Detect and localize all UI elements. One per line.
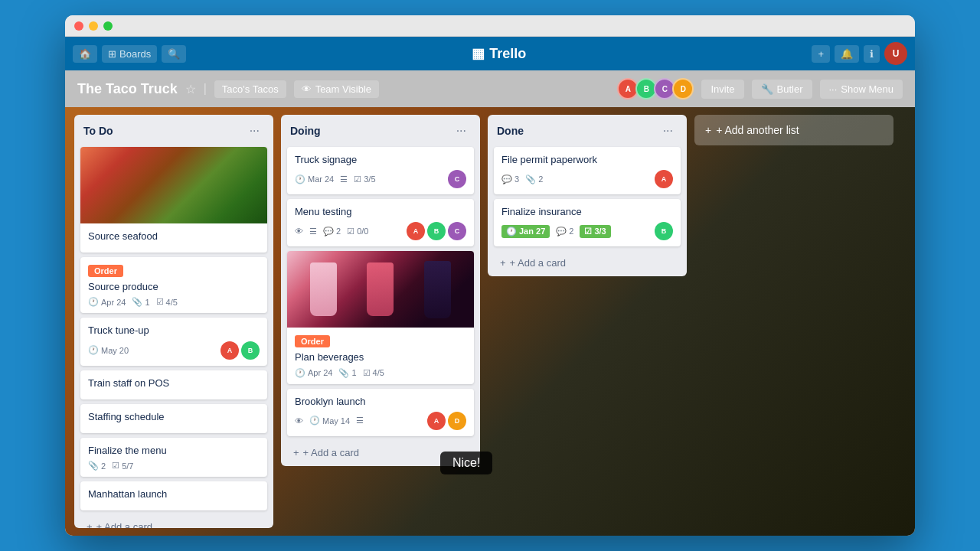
show-menu-button[interactable]: ··· Show Menu <box>820 80 903 99</box>
info-button[interactable]: ℹ <box>864 45 880 63</box>
card-meta-permit: 💬 3 📎 2 A <box>501 170 673 188</box>
card-title-plan-beverages: Plan beverages <box>295 350 466 364</box>
card-meta-brooklyn: 👁 🕐 May 14 ☰ A D <box>295 412 466 430</box>
maximize-dot[interactable] <box>103 21 113 31</box>
checklist-icon-signage: ☑ <box>354 174 361 184</box>
card-title-source-seafood: Source seafood <box>88 230 260 243</box>
card-title-brooklyn-launch: Brooklyn launch <box>295 395 466 409</box>
order-label-beverages: Order <box>295 335 330 347</box>
comments-insurance: 💬 2 <box>556 227 573 236</box>
star-icon[interactable]: ☆ <box>185 82 196 96</box>
desc-signage: ☰ <box>340 174 348 184</box>
menu-icon: ··· <box>829 83 838 95</box>
card-title-finalize-menu: Finalize the menu <box>88 444 260 458</box>
paperclip-icon-beverages: 📎 <box>338 368 349 378</box>
card-file-permit[interactable]: File permit paperwork 💬 3 📎 2 A <box>494 147 681 194</box>
order-label-produce: Order <box>88 265 123 277</box>
add-icon-todo: + <box>87 521 93 528</box>
card-title-truck-tuneup: Truck tune-up <box>88 324 260 337</box>
workspace-label: Taco's Tacos <box>222 83 279 95</box>
card-meta-insurance: 🕐 Jan 27 💬 2 ☑ 3/3 B <box>501 222 673 240</box>
invite-button[interactable]: Invite <box>701 80 743 99</box>
card-avatars-tuneup: A B <box>220 341 260 360</box>
clock-icon: 🕐 <box>88 297 99 307</box>
card-title-source-produce: Source produce <box>88 280 260 294</box>
create-button[interactable]: + <box>812 45 830 63</box>
card-avatars-brooklyn: A D <box>427 412 466 430</box>
add-list-label: + Add another list <box>716 124 799 136</box>
card-source-seafood[interactable]: Source seafood <box>80 147 267 253</box>
desc-brooklyn: ☰ <box>356 416 364 425</box>
due-date-signage: 🕐 Mar 24 <box>295 174 334 184</box>
card-truck-signage[interactable]: Truck signage 🕐 Mar 24 ☰ ☑ 3/5 C <box>287 147 474 194</box>
user-avatar[interactable]: U <box>884 42 907 65</box>
card-avatars-permit: A <box>655 170 673 188</box>
card-source-produce[interactable]: Order Source produce 🕐 Apr 24 📎 1 ☑ 4/5 <box>80 257 267 313</box>
card-train-staff[interactable]: Train staff on POS <box>80 370 267 399</box>
notifications-button[interactable]: 🔔 <box>835 45 859 63</box>
card-title-manhattan-launch: Manhattan launch <box>88 487 260 501</box>
attachment-beverages: 📎 1 <box>338 368 356 378</box>
card-manhattan-launch[interactable]: Manhattan launch <box>80 481 267 510</box>
list-menu-button-done[interactable]: ··· <box>658 122 678 139</box>
checklist-icon-insurance: ☑ <box>584 227 592 236</box>
list-header-doing: Doing ··· <box>287 121 474 141</box>
add-list-button[interactable]: + + Add another list <box>694 115 893 145</box>
boards-button[interactable]: ⊞ Boards <box>102 45 157 63</box>
close-dot[interactable] <box>74 21 83 31</box>
member-avatar-4[interactable]: D <box>672 78 694 99</box>
checklist-badge-insurance: ☑ 3/3 <box>580 225 610 238</box>
card-avatars-insurance: B <box>655 222 673 240</box>
list-header-done: Done ··· <box>494 121 681 141</box>
card-finalize-menu[interactable]: Finalize the menu 📎 2 ☑ 5/7 <box>80 438 267 477</box>
list-menu-button-todo[interactable]: ··· <box>245 122 264 139</box>
card-meta-tuneup: 🕐 May 20 A B <box>88 341 260 360</box>
card-meta-beverages: 🕐 Apr 24 📎 1 ☑ 4/5 <box>295 368 466 378</box>
comment-icon-permit: 💬 <box>501 174 512 184</box>
card-truck-tuneup[interactable]: Truck tune-up 🕐 May 20 A B <box>80 318 267 365</box>
board-title: The Taco Truck <box>77 81 178 97</box>
add-card-button-doing[interactable]: + + Add a card <box>287 442 474 463</box>
list-menu-button-doing[interactable]: ··· <box>452 122 471 139</box>
card-plan-beverages[interactable]: Order Plan beverages 🕐 Apr 24 📎 1 ☑ 4/5 <box>287 251 474 383</box>
nav-right: + 🔔 ℹ U <box>812 42 907 65</box>
boards-icon: ⊞ <box>108 48 116 60</box>
search-button[interactable]: 🔍 <box>162 45 186 63</box>
card-meta-signage: 🕐 Mar 24 ☰ ☑ 3/5 C <box>295 170 466 188</box>
attachment-finalize: 📎 2 <box>88 461 106 471</box>
card-brooklyn-launch[interactable]: Brooklyn launch 👁 🕐 May 14 ☰ A D <box>287 389 474 436</box>
add-card-button-todo[interactable]: + + Add a card <box>80 517 267 528</box>
paperclip-icon: 📎 <box>132 297 142 307</box>
visibility-tag[interactable]: 👁 Team Visible <box>294 80 379 98</box>
card-menu-testing[interactable]: Menu testing 👁 ☰ 💬 2 ☑ 0/0 <box>287 199 474 246</box>
attachments-permit: 📎 2 <box>525 174 543 184</box>
team-icon: 👁 <box>302 83 312 95</box>
desc-testing: ☰ <box>309 227 317 236</box>
comments-testing: 💬 2 <box>323 227 341 236</box>
workspace-tag[interactable]: Taco's Tacos <box>214 80 286 98</box>
butler-button[interactable]: 🔧 Butler <box>752 80 812 99</box>
card-avatar-permit: A <box>655 170 673 188</box>
member-avatars: A B C D <box>620 78 694 99</box>
card-avatar-signage: C <box>448 170 466 188</box>
checklist-icon-finalize: ☑ <box>112 461 119 471</box>
card-image-drinks <box>287 251 474 328</box>
watch-testing: 👁 <box>295 227 303 236</box>
card-image-vegetables <box>80 147 267 223</box>
due-badge-insurance: 🕐 Jan 27 <box>501 225 550 238</box>
card-staffing-schedule[interactable]: Staffing schedule <box>80 404 267 433</box>
card-avatar-tuneup-2: B <box>241 341 260 360</box>
checklist-icon-beverages: ☑ <box>363 368 371 378</box>
paperclip-icon-permit: 📎 <box>525 174 536 184</box>
card-avatar-brooklyn-2: D <box>448 412 466 430</box>
add-card-button-done[interactable]: + + Add a card <box>494 253 681 273</box>
minimize-dot[interactable] <box>89 21 98 31</box>
card-title-train-staff: Train staff on POS <box>88 377 260 390</box>
add-list-icon: + <box>705 124 711 136</box>
card-finalize-insurance[interactable]: Finalize insurance 🕐 Jan 27 💬 2 ☑ 3/3 <box>494 199 681 246</box>
clock-icon-brooklyn: 🕐 <box>309 416 320 425</box>
home-button[interactable]: 🏠 <box>73 45 97 63</box>
due-date-produce: 🕐 Apr 24 <box>88 297 126 307</box>
checklist-finalize: ☑ 5/7 <box>112 461 133 471</box>
list-title-todo: To Do <box>83 125 113 137</box>
